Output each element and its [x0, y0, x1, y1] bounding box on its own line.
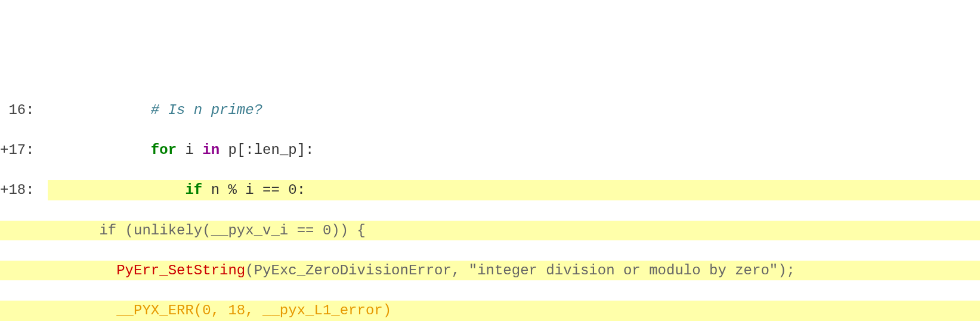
code-block: 16: # Is n prime? +17: for i in p[:len_p…: [0, 80, 980, 334]
code-text: i: [177, 142, 202, 158]
keyword-for: for: [151, 142, 177, 158]
line-number: +18:: [0, 180, 48, 200]
c-expansion-line: PyErr_SetString(PyExc_ZeroDivisionError,…: [0, 261, 980, 281]
indent: [48, 302, 116, 318]
keyword-if: if: [185, 182, 202, 198]
line-content: for i in p[:len_p]:: [48, 140, 980, 160]
c-code-text: (PyExc_ZeroDivisionError, "integer divis…: [245, 262, 795, 279]
indent: [48, 142, 151, 158]
keyword-in: in: [202, 142, 220, 158]
line-number-empty: [0, 261, 48, 281]
c-code-text: __PYX_ERR(0, 18, __pyx_L1_error): [48, 301, 980, 321]
source-line-highlighted: +18: if n % i == 0:: [0, 180, 980, 200]
indent: [48, 262, 116, 279]
c-code-text: PyErr_SetString(PyExc_ZeroDivisionError,…: [48, 261, 980, 281]
source-line: +17: for i in p[:len_p]:: [0, 140, 980, 160]
line-content-comment: # Is n prime?: [48, 100, 980, 120]
c-error-func: PyErr_SetString: [116, 262, 245, 279]
indent: [48, 182, 185, 198]
code-text: n % i == 0:: [202, 182, 305, 198]
code-text: p[:len_p]:: [220, 142, 314, 158]
c-expansion-line: if (unlikely(__pyx_v_i == 0)) {: [0, 221, 980, 241]
line-number: 16:: [0, 100, 48, 120]
line-number-empty: [0, 221, 48, 241]
line-number: +17:: [0, 140, 48, 160]
source-line: 16: # Is n prime?: [0, 100, 980, 120]
c-expansion-line: __PYX_ERR(0, 18, __pyx_L1_error): [0, 301, 980, 321]
line-content: if n % i == 0:: [48, 180, 980, 200]
c-macro-call: __PYX_ERR(0, 18, __pyx_L1_error): [116, 302, 391, 318]
c-code-text: if (unlikely(__pyx_v_i == 0)) {: [48, 221, 980, 241]
line-number-empty: [0, 301, 48, 321]
